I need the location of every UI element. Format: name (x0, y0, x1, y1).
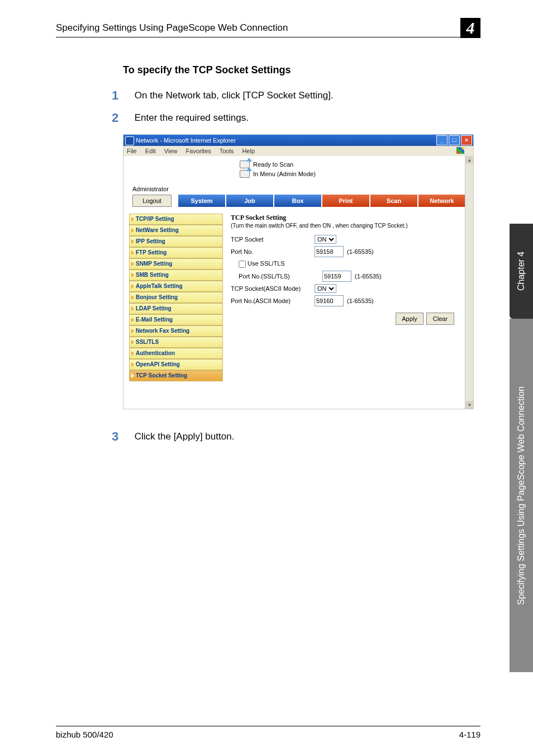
step-3: 3 Click the [Apply] button. (112, 429, 494, 444)
ascii-port-label: Port No.(ASCII Mode) (231, 297, 315, 304)
sidebar-item[interactable]: SNMP Setting (129, 258, 223, 270)
close-button[interactable]: × (461, 135, 472, 145)
triangle-icon (131, 329, 134, 333)
triangle-icon (131, 273, 134, 277)
logout-button[interactable]: Logout (132, 195, 172, 207)
sidebar-item-label: FTP Setting (136, 249, 166, 256)
menu-help[interactable]: Help (242, 148, 255, 154)
sidebar-item[interactable]: TCP/IP Setting (129, 214, 223, 225)
sidebar-item[interactable]: Network Fax Setting (129, 325, 223, 337)
tab-row: Logout System Job Box Print Scan Network (132, 195, 473, 207)
sidebar-item[interactable]: LDAP Setting (129, 303, 223, 314)
footer-page: 4-119 (459, 730, 480, 739)
status-mode: In Menu (Admin Mode) (253, 171, 316, 177)
side-tab-chapter: Chapter 4 (510, 224, 533, 319)
triangle-icon (131, 228, 134, 233)
apply-button[interactable]: Apply (396, 313, 423, 325)
sidebar-item[interactable]: NetWare Setting (129, 225, 223, 236)
triangle-icon (131, 362, 134, 367)
ascii-select[interactable]: ON (315, 284, 336, 293)
sidebar-item[interactable]: Authentication (129, 348, 223, 359)
footer-model: bizhub 500/420 (56, 730, 113, 739)
window-titlebar: Network - Microsoft Internet Explorer _ … (123, 135, 473, 146)
sidebar-item-label: Network Fax Setting (136, 328, 189, 334)
tcp-socket-form: TCP Socket Setting (Turn the main switch… (231, 214, 454, 381)
sidebar-item-label: NetWare Setting (136, 227, 179, 233)
sidebar-item-label: TCP/IP Setting (136, 216, 174, 222)
sidebar-item-label: IPP Setting (136, 238, 165, 244)
menu-view[interactable]: View (164, 148, 178, 154)
triangle-icon (131, 239, 134, 244)
maximize-button[interactable]: □ (449, 135, 460, 145)
step-number: 3 (112, 429, 129, 444)
ssl-port-input[interactable] (322, 271, 351, 282)
tab-box[interactable]: Box (274, 195, 321, 207)
sidebar-item[interactable]: SMB Setting (129, 270, 223, 281)
ascii-label: TCP Socket(ASCII Mode) (231, 285, 315, 292)
sidebar-item[interactable]: IPP Setting (129, 236, 223, 247)
triangle-icon (131, 374, 134, 378)
tab-job[interactable]: Job (226, 195, 273, 207)
triangle-icon (131, 351, 134, 356)
menu-tools[interactable]: Tools (220, 148, 234, 154)
minimize-button[interactable]: _ (436, 135, 448, 145)
port-label: Port No. (231, 248, 315, 255)
tab-scan[interactable]: Scan (370, 195, 417, 207)
side-tab: Chapter 4 Specifying Settings Using Page… (510, 224, 533, 672)
sidebar-item[interactable]: Bonjour Setting (129, 292, 223, 303)
role-label: Administrator (132, 186, 473, 192)
printer-icon (240, 170, 250, 178)
chapter-number: 4 (460, 18, 480, 38)
sidebar-item[interactable]: SSL/TLS (129, 337, 223, 348)
sidebar-item[interactable]: AppleTalk Setting (129, 281, 223, 292)
triangle-icon (131, 318, 134, 322)
tab-print[interactable]: Print (322, 195, 369, 207)
menu-file[interactable]: File (127, 148, 137, 154)
menu-favorites[interactable]: Favorites (186, 148, 211, 154)
status-ready: Ready to Scan (253, 161, 293, 168)
page-header: Specifying Settings Using PageScope Web … (56, 22, 480, 37)
device-status: Ready to Scan In Menu (Admin Mode) (123, 156, 473, 178)
scroll-down-icon[interactable]: ▾ (465, 401, 473, 409)
sidebar-item[interactable]: OpenAPI Setting (129, 359, 223, 370)
menu-edit[interactable]: Edit (145, 148, 156, 154)
windows-flag-icon (456, 147, 464, 154)
port-input[interactable] (315, 246, 344, 257)
step-number: 1 (112, 88, 129, 103)
browser-window: Network - Microsoft Internet Explorer _ … (123, 134, 474, 409)
tab-network[interactable]: Network (418, 195, 465, 207)
triangle-icon (131, 284, 134, 289)
sidebar-item-label: SMB Setting (136, 272, 169, 278)
sidebar-item[interactable]: E-Mail Setting (129, 314, 223, 325)
scrollbar[interactable]: ▴ ▾ (465, 156, 473, 409)
step-text: Click the [Apply] button. (135, 431, 235, 442)
use-ssl-checkbox[interactable] (239, 261, 246, 268)
ssl-port-range: (1-65535) (355, 273, 382, 280)
window-title: Network - Microsoft Internet Explorer (136, 137, 236, 144)
sidebar-item[interactable]: TCP Socket Setting (129, 370, 223, 381)
step-2: 2 Enter the required settings. (112, 111, 494, 125)
step-number: 2 (112, 111, 129, 125)
sidebar-item-label: SNMP Setting (136, 261, 172, 267)
ascii-port-input[interactable] (315, 295, 344, 306)
ascii-port-range: (1-65535) (347, 297, 374, 304)
page-footer: bizhub 500/420 4-119 (56, 726, 480, 739)
tab-system[interactable]: System (178, 195, 225, 207)
settings-sidebar: TCP/IP SettingNetWare SettingIPP Setting… (129, 214, 223, 381)
step-text: On the Network tab, click [TCP Socket Se… (135, 90, 334, 101)
ssl-port-label: Port No.(SSL/TLS) (231, 273, 322, 280)
step-1: 1 On the Network tab, click [TCP Socket … (112, 88, 494, 103)
form-note: (Turn the main switch OFF, and then ON ,… (231, 223, 454, 229)
triangle-icon (131, 251, 134, 255)
header-title: Specifying Settings Using PageScope Web … (56, 22, 288, 33)
triangle-icon (131, 262, 134, 266)
tcp-socket-select[interactable]: ON (315, 235, 336, 244)
ie-icon (125, 136, 134, 145)
scroll-up-icon[interactable]: ▴ (465, 156, 473, 164)
use-ssl-label: Use SSL/TLS (248, 260, 285, 267)
clear-button[interactable]: Clear (426, 313, 454, 325)
browser-menubar: File Edit View Favorites Tools Help (123, 146, 473, 157)
port-range: (1-65535) (347, 248, 374, 255)
form-title: TCP Socket Setting (231, 214, 454, 222)
sidebar-item[interactable]: FTP Setting (129, 247, 223, 258)
